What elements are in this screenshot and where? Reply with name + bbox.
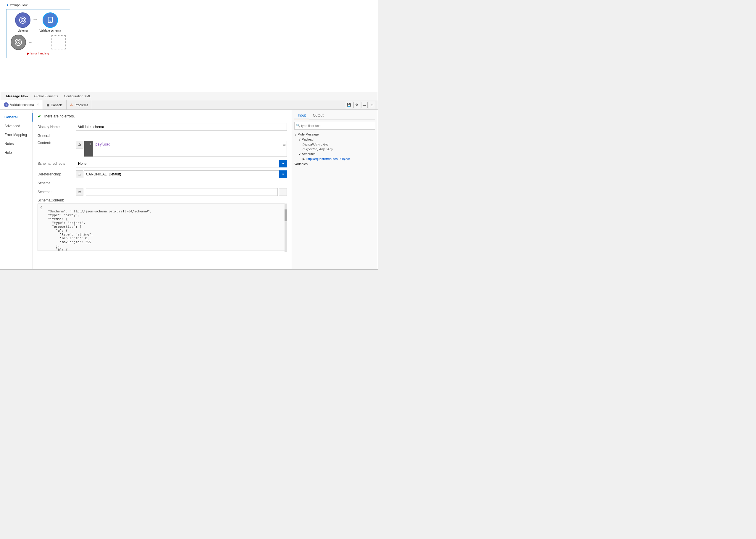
validate-tab-label: Validate schema xyxy=(10,103,34,107)
display-name-input[interactable] xyxy=(76,123,287,131)
search-icon: 🔍 xyxy=(296,124,300,127)
expected-label: (Expected) Any : Any xyxy=(303,147,333,151)
success-message: There are no errors. xyxy=(43,114,75,118)
check-icon: ✔ xyxy=(38,113,41,119)
deref-fx-btn[interactable]: fx xyxy=(76,170,83,178)
listener-node[interactable]: Listener xyxy=(15,12,31,32)
tab-configuration-xml[interactable]: Configuration XML xyxy=(61,94,94,98)
nav-advanced[interactable]: Advanced xyxy=(0,121,33,130)
tree-http-request[interactable]: ▶ HttpRequestAttributes : Object xyxy=(303,157,375,162)
editor-tabs: V Validate schema ✕ ▣ Console ⚠ Problems… xyxy=(0,100,378,110)
schema-content-textarea[interactable]: { "$schema": "http://json-schema.org/dra… xyxy=(38,203,287,251)
validate-tab-icon: V xyxy=(4,102,9,107)
dashed-placeholder[interactable] xyxy=(51,35,66,49)
schema-input[interactable] xyxy=(86,188,278,196)
schema-textarea-wrap: { "$schema": "http://json-schema.org/dra… xyxy=(38,203,287,252)
schema-redirects-row: Schema redirects None ▾ xyxy=(38,160,287,167)
line-numbers: 1 xyxy=(84,141,93,157)
right-panel: Input Output 🔍 ∨ Mule Message ∨ Paylo xyxy=(292,110,378,269)
right-tab-output[interactable]: Output xyxy=(309,112,327,119)
nav-notes[interactable]: Notes xyxy=(0,139,33,148)
content-fx-btn[interactable]: fx xyxy=(76,141,83,148)
deref-select[interactable]: CANONICAL (Default) xyxy=(84,170,287,178)
expand-btn[interactable]: ⊞ xyxy=(283,142,285,147)
tree-mule-message[interactable]: ∨ Mule Message xyxy=(294,132,375,137)
tree-payload-group: ∨ Payload (Actual) Any : Any (Expected) … xyxy=(294,137,375,162)
schema-content-label: SchemaContent: xyxy=(38,198,287,202)
content-row: Content: fx 1 payload ⊞ xyxy=(38,141,287,157)
svg-point-2 xyxy=(22,20,23,21)
dereferencing-row: Dereferencing: fx CANONICAL (Default) ▾ xyxy=(38,170,287,178)
tree-payload[interactable]: ∨ Payload xyxy=(298,137,375,142)
content-editor[interactable]: 1 payload ⊞ xyxy=(84,141,287,157)
filter-input-wrap: 🔍 xyxy=(294,122,375,129)
schema-redirects-arrow: ▾ xyxy=(279,160,287,167)
tab-console[interactable]: ▣ Console xyxy=(43,100,67,110)
console-icon: ▣ xyxy=(46,103,49,107)
scrollbar-thumb[interactable] xyxy=(284,209,287,221)
payload-label: Payload xyxy=(302,137,314,141)
tree-expected: (Expected) Any : Any xyxy=(303,147,375,151)
tree-variables[interactable]: Variables xyxy=(294,162,375,166)
validate-schema-label: Validate schema xyxy=(39,29,61,32)
save-btn[interactable]: 💾 xyxy=(346,102,352,108)
tree-attributes-children: ▶ HttpRequestAttributes : Object xyxy=(298,157,375,162)
schema-fx-btn[interactable]: fx xyxy=(76,188,83,196)
tree-actual: (Actual) Any : Any xyxy=(303,142,375,147)
tree-payload-children: (Actual) Any : Any (Expected) Any : Any xyxy=(298,142,375,151)
flow-name: xmlappFlow xyxy=(10,3,28,7)
schema-input-wrap: fx ... xyxy=(76,188,287,196)
tree-collapse-attributes[interactable]: ∨ xyxy=(298,152,302,156)
flow-triangle: ▼ xyxy=(6,4,9,7)
schema-redirects-select[interactable]: None xyxy=(76,160,287,167)
schema-content-section: SchemaContent: { "$schema": "http://json… xyxy=(38,198,287,252)
left-nav: General Advanced Error Mapping Notes Hel… xyxy=(0,110,33,269)
variables-label: Variables xyxy=(294,162,308,166)
center-content: ✔ There are no errors. Display Name Gene… xyxy=(33,110,292,269)
deref-select-wrap: CANONICAL (Default) ▾ xyxy=(84,170,287,178)
deref-select-arrow: ▾ xyxy=(279,170,287,178)
tab-global-elements[interactable]: Global Elements xyxy=(31,94,61,98)
validate-schema-node[interactable]: {} Validate schema xyxy=(39,12,61,32)
gray-node-icon xyxy=(11,35,26,50)
error-label-text: Error handling xyxy=(31,52,49,55)
schema-section-title: Schema xyxy=(38,181,287,185)
svg-text:{}: {} xyxy=(49,19,51,22)
minimize-btn[interactable]: — xyxy=(361,102,368,108)
tab-problems[interactable]: ⚠ Problems xyxy=(67,100,92,110)
schema-field-row: Schema: fx ... xyxy=(38,188,287,196)
problems-icon: ⚠ xyxy=(70,103,73,107)
nav-general[interactable]: General xyxy=(0,113,33,121)
maximize-btn[interactable]: □ xyxy=(369,102,375,108)
tab-close-icon[interactable]: ✕ xyxy=(37,103,39,106)
attributes-label: Attributes xyxy=(302,152,315,156)
tab-message-flow[interactable]: Message Flow xyxy=(3,94,31,98)
filter-input[interactable] xyxy=(294,122,375,129)
nav-error-mapping[interactable]: Error Mapping xyxy=(0,130,33,139)
svg-point-7 xyxy=(18,42,19,43)
arrow-icon: → xyxy=(32,17,38,23)
schema-redirects-label: Schema redirects xyxy=(38,162,76,166)
schema-browse-btn[interactable]: ... xyxy=(279,188,287,196)
tree-attributes[interactable]: ∨ Attributes xyxy=(298,151,375,157)
nav-help[interactable]: Help xyxy=(0,148,33,157)
dereferencing-label: Dereferencing: xyxy=(38,172,76,176)
tree-collapse-payload[interactable]: ∨ xyxy=(298,137,302,141)
listener-label: Listener xyxy=(18,29,29,32)
error-triangle: ▶ xyxy=(27,52,30,55)
tab-validate-schema[interactable]: V Validate schema ✕ xyxy=(0,100,43,110)
gray-node[interactable] xyxy=(11,35,26,50)
success-bar: ✔ There are no errors. xyxy=(38,113,287,119)
flow-label: ▼ xmlappFlow xyxy=(6,3,375,7)
right-tab-input[interactable]: Input xyxy=(294,112,309,119)
tree-collapse-mule[interactable]: ∨ xyxy=(294,132,298,136)
code-content[interactable]: payload xyxy=(93,141,287,157)
problems-tab-label: Problems xyxy=(75,103,88,107)
actual-label: (Actual) Any : Any xyxy=(303,143,328,146)
content-label: Content: xyxy=(38,141,76,145)
config-btn[interactable]: ⚙ xyxy=(353,102,360,108)
left-arrow-icon: ← xyxy=(28,39,33,45)
validate-schema-icon: {} xyxy=(42,12,58,28)
right-panel-tabs: Input Output xyxy=(294,112,375,119)
listener-icon xyxy=(15,12,31,28)
